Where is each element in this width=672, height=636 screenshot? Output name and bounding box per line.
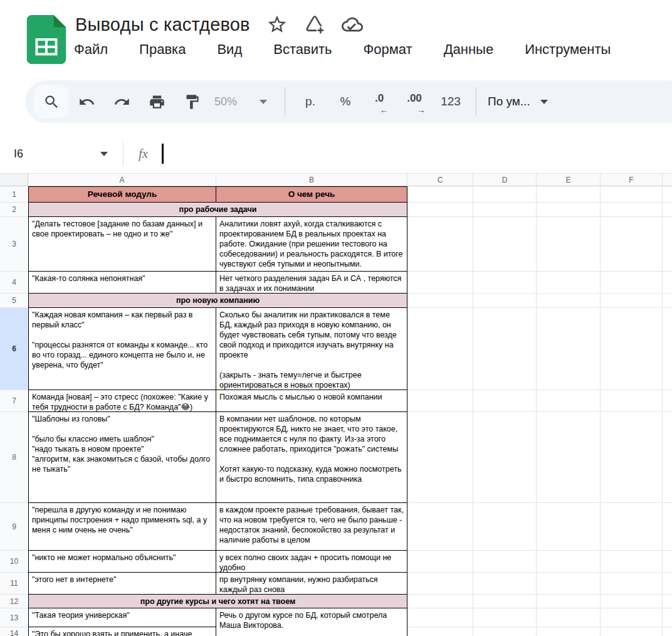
cell-b3[interactable]: Аналитики ловят ахуй, когда сталкиваются… xyxy=(216,217,407,272)
paint-format-icon[interactable] xyxy=(174,85,209,118)
row-header-12[interactable]: 12 xyxy=(0,595,28,608)
cell-b8[interactable]: В компании нет шаблонов, по которым прое… xyxy=(216,412,407,503)
cell-a8[interactable]: "Шаблоны из головы" "было бы классно име… xyxy=(28,412,216,503)
cell-a13[interactable]: "Такая теория универская" xyxy=(28,608,216,627)
spreadsheet-grid: A B C D E F 1 2 3 4 5 6 7 8 9 10 11 12 1… xyxy=(0,173,672,636)
cell-b9[interactable]: в каждом проекте разные требования, быва… xyxy=(216,503,407,551)
cell-b10[interactable]: у всех полно своих задач + просить помощ… xyxy=(216,551,407,573)
menu-view[interactable]: Вид xyxy=(217,41,242,58)
row-header-14[interactable]: 14 xyxy=(0,627,28,636)
cell-b11[interactable]: пр внутрянку компании, нужно разбираться… xyxy=(216,573,407,595)
menu-insert[interactable]: Вставить xyxy=(273,41,332,58)
column-header-g-partial[interactable] xyxy=(663,174,672,186)
sheets-app: Выводы с кастдевов Файл Правка Вид Встав… xyxy=(0,0,672,636)
menu-tools[interactable]: Инструменты xyxy=(525,41,611,58)
cell-a14[interactable]: "Это бы хорошо взять и применить, а инач… xyxy=(28,627,216,636)
column-header-f[interactable]: F xyxy=(601,174,663,186)
menu-file[interactable]: Файл xyxy=(74,41,108,58)
search-icon[interactable] xyxy=(34,85,69,118)
cell-b13-merged[interactable]: Речь о другом курсе по БД, который смотр… xyxy=(216,608,407,636)
cell-b6[interactable]: Сколько бы аналитик ни практиковался в т… xyxy=(216,308,407,390)
row-header-11[interactable]: 11 xyxy=(0,573,28,595)
row-header-8[interactable]: 8 xyxy=(0,412,28,503)
cell-a3[interactable]: "Делать тестовое [задание по базам данны… xyxy=(28,217,216,272)
print-icon[interactable] xyxy=(139,85,174,118)
gridline xyxy=(473,186,537,636)
font-selector[interactable]: По ум... xyxy=(488,85,530,118)
menu-format[interactable]: Формат xyxy=(364,41,412,58)
row-header-5[interactable]: 5 xyxy=(0,294,28,308)
row-header-4[interactable]: 4 xyxy=(0,272,28,294)
more-formats-button[interactable]: 123 xyxy=(433,85,468,118)
zoom-dropdown-icon[interactable] xyxy=(260,100,267,104)
increase-decimals-button[interactable]: .00→ xyxy=(398,85,433,118)
cell-a9[interactable]: "перешла в другую команду и не понимаю п… xyxy=(28,503,216,551)
row-header-9[interactable]: 9 xyxy=(0,503,28,551)
cell-a10[interactable]: "никто не может нормально объяснить" xyxy=(28,551,216,573)
fx-icon: fx xyxy=(139,146,148,162)
row-header-7[interactable]: 7 xyxy=(0,390,28,412)
cell-a4[interactable]: "Какая-то солянка непонятная" xyxy=(28,272,216,294)
cell-a2-section[interactable]: про рабочие задачи xyxy=(28,203,407,217)
name-box[interactable]: I6 xyxy=(0,147,100,161)
column-header-a[interactable]: A xyxy=(28,174,216,186)
document-title[interactable]: Выводы с кастдевов xyxy=(75,14,250,35)
select-all-corner[interactable] xyxy=(0,174,28,186)
row-header-3[interactable]: 3 xyxy=(0,217,28,272)
cell-b4[interactable]: Нет четкого разделения задач БА и СА , т… xyxy=(216,272,407,294)
cell-a5-section[interactable]: про новую компанию xyxy=(28,294,407,308)
decrease-decimals-button[interactable]: .0← xyxy=(363,85,398,118)
menu-data[interactable]: Данные xyxy=(444,41,493,58)
column-header-e[interactable]: E xyxy=(537,174,601,186)
gridline xyxy=(537,186,601,636)
cell-a12-section[interactable]: про другие курсы и чего хотят на твоем xyxy=(28,595,407,608)
row-header-6-selected[interactable]: 6 xyxy=(0,308,28,390)
add-shortcut-to-drive-icon[interactable] xyxy=(304,14,325,35)
zoom-control[interactable]: 50% xyxy=(209,85,249,118)
font-dropdown-icon[interactable] xyxy=(540,100,548,104)
redo-icon[interactable] xyxy=(104,85,139,118)
toolbar-divider xyxy=(285,88,285,115)
name-box-dropdown-icon[interactable] xyxy=(100,152,108,156)
formula-bar: I6 fx xyxy=(0,137,672,171)
sheets-logo-icon[interactable] xyxy=(26,15,66,64)
formula-input-caret[interactable] xyxy=(162,144,164,164)
cell-a1[interactable]: Речевой модуль xyxy=(28,186,216,203)
cell-b7[interactable]: Похожая мысль с мыслью о новой компании xyxy=(216,390,407,412)
undo-icon[interactable] xyxy=(69,85,104,118)
row-header-10[interactable]: 10 xyxy=(0,551,28,573)
row-header-2[interactable]: 2 xyxy=(0,203,28,217)
percent-format-button[interactable]: % xyxy=(328,85,363,118)
toolbar-divider xyxy=(476,88,476,115)
gridline xyxy=(601,186,663,636)
column-header-b[interactable]: B xyxy=(216,174,407,186)
menu-edit[interactable]: Правка xyxy=(139,41,186,58)
cell-a7[interactable]: Команда [новая] – это стресс (похожее: "… xyxy=(28,390,216,412)
formula-bar-divider xyxy=(123,141,123,166)
row-header-1[interactable]: 1 xyxy=(0,186,28,203)
star-icon[interactable] xyxy=(266,14,288,35)
cell-a11[interactable]: "этого нет в интернете" xyxy=(28,573,216,595)
cell-b1[interactable]: О чем речь xyxy=(216,186,407,203)
currency-format-button[interactable]: р. xyxy=(293,85,328,118)
gridline xyxy=(407,186,473,636)
cloud-saved-icon[interactable] xyxy=(342,14,363,35)
menu-bar: Файл Правка Вид Вставить Формат Данные И… xyxy=(74,41,611,58)
row-header-13[interactable]: 13 xyxy=(0,608,28,627)
toolbar: 50% р. % .0← .00→ 123 По ум... xyxy=(25,80,672,123)
cell-a6[interactable]: "Каждая новая компания – как первый раз … xyxy=(28,308,216,390)
column-header-d[interactable]: D xyxy=(473,174,537,186)
column-header-c[interactable]: C xyxy=(407,174,473,186)
